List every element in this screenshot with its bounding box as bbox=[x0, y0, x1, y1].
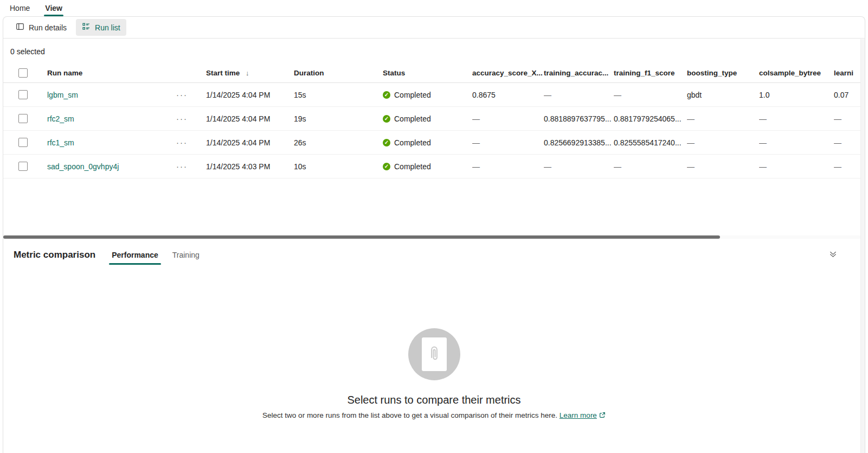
colsample-bytree-value: 1.0 bbox=[759, 91, 834, 99]
column-header-training-f1-score[interactable]: training_f1_score bbox=[614, 69, 687, 77]
accuracy-score-value: — bbox=[472, 162, 544, 171]
column-header-run-name[interactable]: Run name bbox=[47, 69, 174, 77]
row-checkbox[interactable] bbox=[18, 90, 28, 99]
column-header-colsample-bytree[interactable]: colsample_bytree bbox=[759, 69, 834, 77]
status-value: ✓ Completed bbox=[383, 162, 472, 171]
selection-status: 0 selected bbox=[10, 47, 865, 58]
status-value: ✓ Completed bbox=[383, 114, 472, 123]
status-badge: ✓ Completed bbox=[383, 162, 466, 171]
training-f1-value: 0.8817979254065... bbox=[614, 114, 687, 123]
metric-panel-header: Metric comparison Performance Training bbox=[3, 246, 865, 264]
column-header-duration[interactable]: Duration bbox=[294, 69, 383, 77]
run-table-header-row: Run name Start time ↓ Duration Status ac… bbox=[3, 63, 865, 83]
select-all-checkbox[interactable] bbox=[18, 68, 28, 78]
training-accuracy-value: 0.8818897637795... bbox=[544, 114, 614, 123]
row-checkbox[interactable] bbox=[18, 162, 28, 171]
training-f1-value: — bbox=[614, 91, 687, 99]
metric-panel-title: Metric comparison bbox=[14, 250, 95, 260]
active-tab-underline bbox=[109, 263, 161, 265]
more-options-icon[interactable]: ··· bbox=[174, 113, 190, 124]
row-select-cell bbox=[3, 162, 47, 171]
run-details-button[interactable]: Run details bbox=[10, 19, 73, 36]
colsample-bytree-value: — bbox=[759, 114, 834, 123]
boosting-type-value: gbdt bbox=[687, 91, 759, 99]
tab-performance-label: Performance bbox=[112, 251, 158, 259]
open-in-new-icon bbox=[599, 412, 606, 420]
check-circle-icon: ✓ bbox=[383, 139, 390, 146]
check-circle-icon: ✓ bbox=[383, 163, 390, 170]
boosting-type-value: — bbox=[687, 114, 759, 123]
start-time-value: 1/14/2025 4:03 PM bbox=[206, 162, 294, 171]
run-list-button[interactable]: Run list bbox=[76, 19, 126, 36]
row-checkbox[interactable] bbox=[18, 114, 28, 123]
table-row[interactable]: sad_spoon_0gvhpy4j ··· 1/14/2025 4:03 PM… bbox=[3, 155, 865, 178]
empty-state-illustration bbox=[408, 328, 460, 380]
tab-performance[interactable]: Performance bbox=[110, 246, 160, 264]
table-row[interactable]: rfc2_sm ··· 1/14/2025 4:04 PM 19s ✓ Comp… bbox=[3, 107, 865, 131]
column-header-start-time[interactable]: Start time ↓ bbox=[206, 69, 294, 77]
more-options-icon[interactable]: ··· bbox=[174, 137, 190, 148]
status-label: Completed bbox=[394, 162, 431, 171]
column-header-status[interactable]: Status bbox=[383, 69, 472, 77]
bulleted-list-icon bbox=[82, 22, 91, 33]
status-value: ✓ Completed bbox=[383, 138, 472, 147]
column-header-accuracy-score[interactable]: accuracy_score_X... bbox=[472, 69, 544, 77]
duration-value: 15s bbox=[294, 91, 383, 99]
vertical-scrollbar-track[interactable] bbox=[860, 39, 865, 453]
accuracy-score-value: — bbox=[472, 114, 544, 123]
accuracy-score-value: — bbox=[472, 138, 544, 147]
run-details-label: Run details bbox=[29, 23, 67, 32]
tab-home[interactable]: Home bbox=[10, 0, 30, 16]
run-name-link[interactable]: sad_spoon_0gvhpy4j bbox=[47, 162, 119, 171]
sort-descending-icon: ↓ bbox=[246, 69, 249, 77]
start-time-value: 1/14/2025 4:04 PM bbox=[206, 138, 294, 147]
paperclip-icon bbox=[427, 344, 441, 365]
column-header-boosting-type[interactable]: boosting_type bbox=[687, 69, 759, 77]
accuracy-score-value: 0.8675 bbox=[472, 91, 544, 99]
empty-state-description: Select two or more runs from the list ab… bbox=[3, 411, 865, 420]
duration-value: 19s bbox=[294, 114, 383, 123]
row-select-cell bbox=[3, 114, 47, 123]
metric-empty-state: Select runs to compare their metrics Sel… bbox=[3, 328, 865, 420]
boosting-type-value: — bbox=[687, 162, 759, 171]
status-label: Completed bbox=[394, 91, 431, 99]
duration-value: 26s bbox=[294, 138, 383, 147]
run-table-area: 0 selected Run name Start time ↓ Duratio… bbox=[3, 39, 865, 235]
more-options-icon[interactable]: ··· bbox=[174, 89, 190, 100]
learn-more-link[interactable]: Learn more bbox=[560, 411, 597, 419]
training-f1-value: 0.8255585417240... bbox=[614, 138, 687, 147]
training-accuracy-value: — bbox=[544, 162, 614, 171]
status-value: ✓ Completed bbox=[383, 91, 472, 99]
run-name-link[interactable]: rfc1_sm bbox=[47, 138, 74, 147]
tab-training[interactable]: Training bbox=[171, 246, 201, 264]
column-header-training-accuracy[interactable]: training_accurac... bbox=[544, 69, 614, 77]
horizontal-scrollbar-track[interactable] bbox=[3, 235, 865, 239]
more-options-icon[interactable]: ··· bbox=[174, 161, 190, 172]
status-badge: ✓ Completed bbox=[383, 91, 466, 99]
row-checkbox[interactable] bbox=[18, 138, 28, 147]
table-row[interactable]: lgbm_sm ··· 1/14/2025 4:04 PM 15s ✓ Comp… bbox=[3, 83, 865, 107]
document-shape bbox=[422, 337, 447, 371]
tab-view-label: View bbox=[45, 4, 62, 12]
tab-home-label: Home bbox=[10, 4, 30, 12]
double-chevron-down-icon bbox=[829, 250, 837, 260]
colsample-bytree-value: — bbox=[759, 162, 834, 171]
colsample-bytree-value: — bbox=[759, 138, 834, 147]
table-row[interactable]: rfc1_sm ··· 1/14/2025 4:04 PM 26s ✓ Comp… bbox=[3, 131, 865, 155]
row-select-cell bbox=[3, 90, 47, 99]
tab-view[interactable]: View bbox=[45, 0, 62, 16]
tab-training-label: Training bbox=[172, 251, 200, 259]
content-card: Run details Run list 0 selected bbox=[3, 16, 865, 453]
status-badge: ✓ Completed bbox=[383, 138, 466, 147]
horizontal-scrollbar-thumb[interactable] bbox=[3, 235, 720, 239]
collapse-panel-button[interactable] bbox=[825, 247, 840, 263]
row-select-cell bbox=[3, 138, 47, 147]
run-name-link[interactable]: lgbm_sm bbox=[47, 91, 78, 99]
status-label: Completed bbox=[394, 138, 431, 147]
check-circle-icon: ✓ bbox=[383, 115, 390, 123]
run-list-label: Run list bbox=[95, 23, 120, 32]
select-all-cell bbox=[3, 68, 47, 78]
run-name-link[interactable]: rfc2_sm bbox=[47, 114, 74, 123]
empty-state-heading: Select runs to compare their metrics bbox=[3, 394, 865, 406]
view-toolbar: Run details Run list bbox=[3, 17, 865, 39]
